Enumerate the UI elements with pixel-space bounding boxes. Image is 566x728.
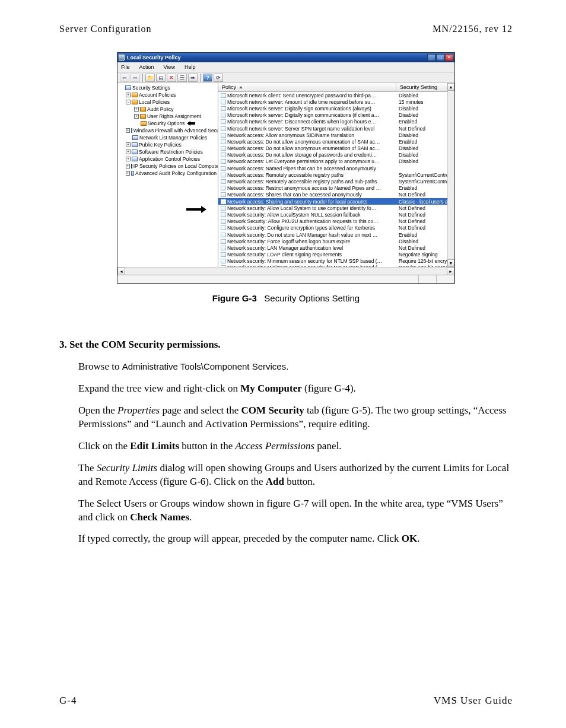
- tree-item-label: Security Options: [148, 120, 185, 126]
- menu-view[interactable]: View: [163, 63, 176, 71]
- expand-icon[interactable]: +: [126, 157, 131, 161]
- policy-row[interactable]: Network security: Minimum session securi…: [218, 258, 454, 265]
- policy-row[interactable]: Network security: Force logoff when logo…: [218, 238, 454, 244]
- maximize-button[interactable]: □: [436, 54, 444, 61]
- policy-row[interactable]: Network access: Let Everyone permissions…: [218, 158, 454, 165]
- tree-horizontal-scrollbar[interactable]: ◄ ►: [117, 267, 454, 275]
- folder-up-button[interactable]: 📁: [145, 74, 155, 82]
- menu-help[interactable]: Help: [183, 63, 197, 71]
- expand-icon[interactable]: +: [134, 114, 139, 119]
- vertical-scrollbar[interactable]: [447, 91, 454, 259]
- policy-row[interactable]: Network access: Named Pipes that can be …: [218, 165, 454, 171]
- tree-item[interactable]: +Software Restriction Policies: [117, 148, 218, 155]
- expand-icon[interactable]: +: [126, 171, 130, 176]
- policy-icon: [221, 219, 226, 224]
- policy-row[interactable]: Microsoft network server: Digitally sign…: [218, 112, 454, 119]
- tree-item[interactable]: +Application Control Policies: [117, 155, 218, 163]
- scroll-down-button[interactable]: ▼: [447, 259, 454, 267]
- folder-icon: [140, 107, 146, 112]
- policy-row[interactable]: Network access: Do not allow storage of …: [218, 152, 454, 158]
- policy-row[interactable]: Microsoft network server: Digitally sign…: [218, 105, 454, 112]
- policy-row[interactable]: Network security: LDAP client signing re…: [218, 252, 454, 258]
- policy-name: Network access: Do not allow storage of …: [227, 152, 377, 158]
- tree-item[interactable]: +Account Policies: [117, 91, 218, 98]
- policy-row[interactable]: Network Security: Allow PKU2U authentica…: [218, 218, 454, 225]
- console-tree[interactable]: Security Settings+Account Policies-Local…: [117, 83, 218, 267]
- policy-row[interactable]: Network access: Allow anonymous SID/Name…: [218, 132, 454, 138]
- sec-icon: [132, 157, 138, 161]
- policy-name: Network Security: Allow PKU2U authentica…: [227, 218, 379, 224]
- policy-setting: Disabled: [396, 112, 454, 118]
- policy-row[interactable]: Network access: Do not allow anonymous e…: [218, 138, 454, 145]
- tree-item[interactable]: +Advanced Audit Policy Configuration: [117, 170, 218, 177]
- expand-icon[interactable]: +: [126, 150, 131, 154]
- expand-icon[interactable]: +: [126, 128, 130, 133]
- body-paragraph: Browse to Administrative Tools\Component…: [78, 360, 513, 374]
- policy-row[interactable]: Network access: Do not allow anonymous e…: [218, 145, 454, 152]
- forward-button[interactable]: ➡: [131, 74, 140, 82]
- policy-name: Network security: LAN Manager authentica…: [227, 245, 343, 251]
- tree-item[interactable]: Network List Manager Policies: [117, 134, 218, 141]
- expand-icon[interactable]: -: [126, 100, 131, 104]
- close-button[interactable]: ×: [445, 54, 453, 61]
- refresh-button[interactable]: ⟳: [214, 74, 223, 82]
- policy-row[interactable]: Network access: Restrict anonymous acces…: [218, 185, 454, 192]
- policy-name: Network access: Allow anonymous SID/Name…: [227, 132, 354, 138]
- status-bar: [117, 275, 454, 283]
- help-button[interactable]: ?: [203, 74, 212, 82]
- tree-item-label: Windows Firewall with Advanced Security: [133, 128, 218, 133]
- policy-row[interactable]: Microsoft network server: Disconnect cli…: [218, 119, 454, 125]
- policy-row[interactable]: Network security: Minimum session securi…: [218, 265, 454, 267]
- tree-item[interactable]: +IP Security Policies on Local Computer: [117, 163, 218, 170]
- policy-icon: [221, 199, 226, 204]
- scroll-up-button[interactable]: ▲: [447, 83, 454, 91]
- policy-list[interactable]: Policy Security Setting Microsoft networ…: [218, 83, 454, 267]
- policy-row[interactable]: Network access: Sharing and security mod…: [218, 198, 454, 205]
- policy-row[interactable]: Microsoft network server: Amount of idle…: [218, 98, 454, 105]
- tree-item[interactable]: Security Settings: [117, 84, 218, 91]
- scroll-right-button[interactable]: ►: [447, 268, 454, 275]
- tree-item[interactable]: +Audit Policy: [117, 106, 218, 113]
- expand-icon[interactable]: +: [134, 107, 139, 112]
- col-security-setting[interactable]: Security Setting: [396, 83, 454, 91]
- tree-item[interactable]: +Public Key Policies: [117, 141, 218, 148]
- policy-icon: [221, 139, 226, 144]
- scroll-left-button[interactable]: ◄: [117, 268, 125, 275]
- tree-item[interactable]: Security Options: [117, 120, 218, 127]
- expand-icon[interactable]: +: [126, 142, 131, 147]
- back-button[interactable]: ⬅: [120, 74, 129, 82]
- policy-row[interactable]: Network access: Remotely accessible regi…: [218, 178, 454, 185]
- tree-item-label: Public Key Policies: [139, 142, 182, 148]
- col-policy-label: Policy: [222, 84, 236, 90]
- policy-row[interactable]: Network security: Allow LocalSystem NULL…: [218, 211, 454, 218]
- policy-row[interactable]: Network security: Allow Local System to …: [218, 205, 454, 211]
- policy-name: Network access: Let Everyone permissions…: [227, 158, 380, 164]
- expand-icon[interactable]: +: [126, 164, 130, 169]
- policy-row[interactable]: Microsoft network client: Send unencrypt…: [218, 92, 454, 98]
- policy-row[interactable]: Network security: LAN Manager authentica…: [218, 244, 454, 251]
- show-hide-tree-button[interactable]: 🗂: [156, 74, 166, 82]
- menu-file[interactable]: File: [120, 63, 131, 71]
- policy-setting: Disabled: [396, 132, 454, 138]
- menu-action[interactable]: Action: [138, 63, 155, 71]
- policy-row[interactable]: Network security: Configure encryption t…: [218, 225, 454, 231]
- delete-button[interactable]: ✕: [167, 74, 176, 82]
- properties-button[interactable]: ☰: [177, 74, 187, 82]
- policy-row[interactable]: Network access: Remotely accessible regi…: [218, 171, 454, 178]
- window-title: Local Security Policy: [127, 55, 181, 61]
- policy-setting: System\CurrentControlSe…: [396, 179, 454, 185]
- list-header: Policy Security Setting: [218, 83, 454, 92]
- tree-item[interactable]: +User Rights Assignment: [117, 113, 218, 120]
- tree-item[interactable]: +Windows Firewall with Advanced Security: [117, 127, 218, 134]
- titlebar[interactable]: Local Security Policy _ □ ×: [117, 53, 454, 62]
- policy-icon: [221, 133, 226, 138]
- minimize-button[interactable]: _: [427, 54, 435, 61]
- policy-row[interactable]: Network access: Shares that can be acces…: [218, 192, 454, 198]
- export-list-button[interactable]: ➡: [188, 74, 198, 82]
- col-policy[interactable]: Policy: [218, 83, 396, 91]
- policy-row[interactable]: Network security: Do not store LAN Manag…: [218, 231, 454, 238]
- tree-item[interactable]: -Local Policies: [117, 98, 218, 106]
- policy-row[interactable]: Microsoft network server: Server SPN tar…: [218, 125, 454, 132]
- tree-item-label: User Rights Assignment: [147, 113, 201, 119]
- expand-icon[interactable]: +: [126, 93, 131, 97]
